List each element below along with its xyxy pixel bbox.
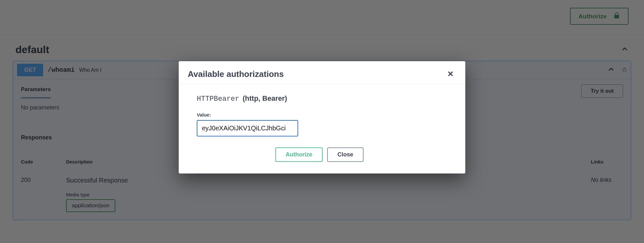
modal-title: Available authorizations (188, 69, 284, 79)
auth-scheme-type: (http, Bearer) (242, 94, 287, 102)
value-label: Value: (197, 112, 456, 117)
auth-modal: Available authorizations ✕ HTTPBearer (h… (179, 61, 465, 173)
modal-authorize-button[interactable]: Authorize (275, 147, 323, 162)
auth-scheme-name: HTTPBearer (197, 95, 239, 103)
token-input[interactable] (197, 120, 298, 136)
modal-header: Available authorizations ✕ (179, 61, 465, 85)
modal-close-button[interactable]: Close (327, 147, 364, 162)
modal-overlay[interactable]: Available authorizations ✕ HTTPBearer (h… (0, 0, 644, 243)
modal-body: HTTPBearer (http, Bearer) Value: Authori… (179, 85, 465, 173)
close-icon[interactable]: ✕ (445, 68, 456, 80)
modal-actions: Authorize Close (275, 147, 456, 162)
